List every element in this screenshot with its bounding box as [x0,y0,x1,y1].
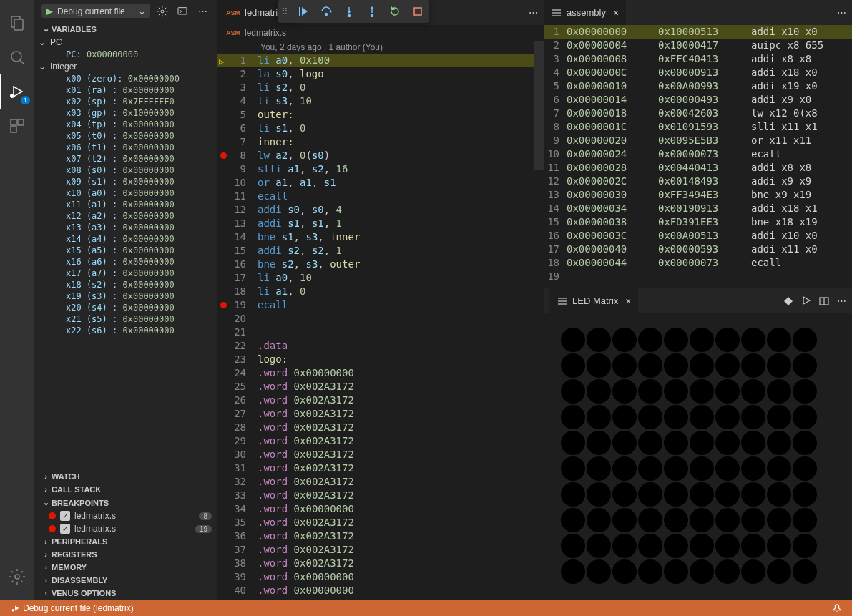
checkbox-checked-icon[interactable]: ✓ [60,524,70,534]
extensions-activity[interactable] [0,109,34,143]
register-row[interactable]: x16 (a6) : 0x00000000 [34,256,217,268]
drag-handle-icon[interactable]: ⠿ [278,6,292,17]
code-line[interactable]: 10or a1, a1, s1 [217,176,544,190]
register-row[interactable]: x21 (s5) : 0x00000000 [34,313,217,325]
debug-config-select[interactable]: ▶ Debug current file ⌄ [41,4,150,18]
code-line[interactable]: 4li s3, 10 [217,94,544,108]
code-line[interactable]: 39.word 0x00000000 [217,570,544,584]
assembly-line[interactable]: 10x000000000x10000513addi x10 x0 [544,25,852,39]
assembly-line[interactable]: 180x000000440x00000073ecall [544,256,852,270]
codelens-annotation[interactable]: You, 2 days ago | 1 author (You) [217,41,544,54]
code-line[interactable]: 32.word 0x002A3172 [217,475,544,489]
step-into-button[interactable] [338,0,361,23]
register-row[interactable]: x03 (gp) : 0x10000000 [34,107,217,119]
code-line[interactable]: 34.word 0x00000000 [217,502,544,516]
code-line[interactable]: 35.word 0x002A3172 [217,516,544,529]
code-line[interactable]: 12addi s0, s0, 4 [217,203,544,217]
register-row[interactable]: x11 (a1) : 0x00000000 [34,199,217,210]
register-row[interactable]: x05 (t0) : 0x00000000 [34,130,217,142]
integer-group[interactable]: ⌄Integer [34,60,217,73]
code-editor[interactable]: 1▷li a0, 0x1002la s0, logo3li s2, 04li s… [217,54,544,600]
explorer-activity[interactable] [0,6,34,40]
code-line[interactable]: 28.word 0x002A3172 [217,421,544,434]
assembly-view[interactable]: 10x000000000x10000513addi x10 x020x00000… [544,25,852,288]
variables-section[interactable]: ⌄VARIABLES [34,22,217,36]
settings-activity[interactable] [0,559,34,594]
assembly-line[interactable]: 170x000000400x00000593addi x11 x0 [544,243,852,256]
register-row[interactable]: x09 (s1) : 0x00000000 [34,176,217,187]
code-line[interactable]: 11ecall [217,190,544,203]
debug-console-icon[interactable] [175,6,190,17]
register-row[interactable]: x00 (zero): 0x00000000 [34,73,217,84]
minimap[interactable] [534,41,544,600]
code-line[interactable]: 23logo: [217,353,544,366]
status-bell[interactable] [828,603,846,613]
venus-section[interactable]: ›VENUS OPTIONS [34,587,217,600]
code-line[interactable]: 40.word 0x00000000 [217,584,544,597]
register-row[interactable]: x22 (s6) : 0x00000000 [34,325,217,336]
code-line[interactable]: 19ecall [217,298,544,312]
search-activity[interactable] [0,40,34,74]
step-out-button[interactable] [361,0,383,23]
more-icon[interactable]: ⋯ [195,6,210,16]
register-row[interactable]: x18 (s2) : 0x00000000 [34,279,217,290]
memory-section[interactable]: ›MEMORY [34,561,217,574]
code-line[interactable]: 31.word 0x002A3172 [217,461,544,475]
continue-button[interactable] [292,0,315,23]
breakpoint-row[interactable]: ✓ledmatrix.s19 [34,522,217,535]
register-row[interactable]: x13 (a3) : 0x00000000 [34,222,217,233]
code-line[interactable]: 24.word 0x00000000 [217,366,544,380]
register-row[interactable]: x06 (t1) : 0x00000000 [34,142,217,153]
code-line[interactable]: 25.word 0x002A3172 [217,380,544,393]
led-tab[interactable]: LED Matrix × [549,288,638,313]
code-line[interactable]: 38.word 0x002A3172 [217,557,544,570]
assembly-line[interactable]: 160x0000003C0x00A00513addi x10 x0 [544,229,852,243]
code-line[interactable]: 37.word 0x002A3172 [217,543,544,557]
register-row[interactable]: x17 (a7) : 0x00000000 [34,268,217,279]
code-line[interactable]: 20 [217,312,544,326]
peripherals-section[interactable]: ›PERIPHERALS [34,535,217,548]
code-line[interactable]: 36.word 0x002A3172 [217,529,544,543]
register-row[interactable]: x20 (s4) : 0x00000000 [34,302,217,313]
assembly-line[interactable]: 30x000000080xFFC40413addi x8 x8 [544,52,852,66]
register-row[interactable]: x08 (s0) : 0x00000000 [34,165,217,176]
assembly-line[interactable]: 140x000000340x00190913addi x18 x1 [544,202,852,215]
restart-button[interactable] [383,0,406,23]
assembly-line[interactable]: 110x000000280x00440413addi x8 x8 [544,161,852,175]
code-line[interactable]: 3li s2, 0 [217,81,544,94]
status-debug[interactable]: Debug current file (ledmatrix) [6,603,138,613]
pc-value-row[interactable]: PC: 0x00000000 [34,49,217,60]
more-icon[interactable]: ⋯ [837,295,846,307]
assembly-line[interactable]: 150x000000380xFD391EE3bne x18 x19 [544,215,852,229]
breakpoint-row[interactable]: ✓ledmatrix.s8 [34,509,217,522]
register-row[interactable]: x02 (sp) : 0x7FFFFFF0 [34,96,217,107]
code-line[interactable]: 7inner: [217,135,544,149]
code-line[interactable]: 9slli a1, s2, 16 [217,162,544,176]
editor-actions[interactable]: ⋯ [523,7,544,18]
assembly-tab[interactable]: assembly × [544,0,626,25]
watch-section[interactable]: ›WATCH [34,470,217,483]
code-line[interactable]: 29.word 0x002A3172 [217,434,544,448]
register-row[interactable]: x01 (ra) : 0x00000000 [34,84,217,96]
assembly-line[interactable]: 90x000000200x0095E5B3or x11 x11 [544,134,852,147]
run-icon[interactable] [801,295,811,307]
code-line[interactable]: 8lw a2, 0(s0) [217,149,544,162]
assembly-line[interactable]: 40x0000000C0x00000913addi x18 x0 [544,66,852,79]
code-line[interactable]: 22.data [217,339,544,353]
code-line[interactable]: 16bne s2, s3, outer [217,258,544,271]
minimap-slider[interactable] [534,41,544,170]
assembly-line[interactable]: 120x0000002C0x00148493addi x9 x9 [544,175,852,188]
code-line[interactable]: 26.word 0x002A3172 [217,393,544,407]
register-row[interactable]: x04 (tp) : 0x00000000 [34,119,217,130]
callstack-section[interactable]: ›CALL STACK [34,483,217,496]
debug-activity[interactable]: 1 [0,74,34,109]
diamond-icon[interactable] [783,295,794,307]
register-row[interactable]: x10 (a0) : 0x00000000 [34,187,217,199]
breakpoint-marker[interactable] [220,152,227,159]
breakpoints-section[interactable]: ⌄BREAKPOINTS [34,496,217,509]
assembly-line[interactable]: 70x000000180x00042603lw x12 0(x8 [544,107,852,120]
breakpoint-marker[interactable] [220,302,227,308]
code-line[interactable]: 13addi s1, s1, 1 [217,217,544,230]
pc-group[interactable]: ⌄PC [34,36,217,49]
assembly-line[interactable]: 20x000000040x10000417auipc x8 655 [544,39,852,52]
